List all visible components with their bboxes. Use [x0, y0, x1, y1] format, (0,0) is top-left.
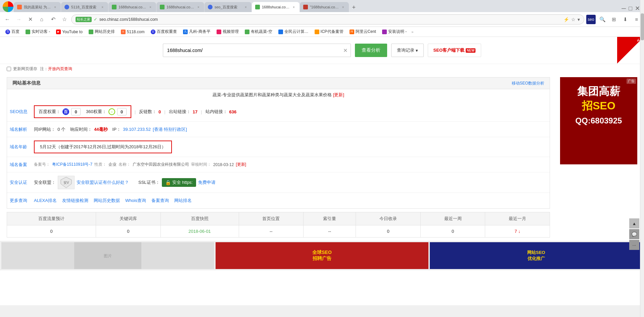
- tab-2-title: 5118_百度搜索: [71, 5, 98, 10]
- site-rank-link[interactable]: 网站排名: [174, 198, 192, 204]
- open-inner-link[interactable]: 开放内页查询: [48, 66, 72, 72]
- bookmark-baidu[interactable]: 百 百度: [3, 28, 22, 35]
- query-record-button[interactable]: 查询记录 ▾: [391, 44, 424, 57]
- tab-3[interactable]: 1688shucai.co… ×: [108, 2, 156, 12]
- beian-update-link[interactable]: [更新]: [236, 162, 246, 167]
- more-options-button[interactable]: ···: [629, 240, 639, 250]
- bookmark-icp[interactable]: ICP代备案管: [312, 28, 346, 35]
- forward-button[interactable]: →: [14, 15, 24, 24]
- tab-5[interactable]: seo_百度搜索 ×: [204, 2, 251, 12]
- tab-3-close[interactable]: ×: [148, 5, 153, 9]
- maximize-icon[interactable]: □: [629, 5, 632, 12]
- search-input[interactable]: [163, 44, 351, 57]
- bookmark-aliyun[interactable]: 阿 阿里云Cent: [347, 28, 379, 35]
- tab-2-favicon: [64, 5, 69, 9]
- bookmark-organic[interactable]: 有机蔬菜-空: [242, 28, 275, 35]
- bookmarks-more[interactable]: »: [411, 30, 413, 34]
- tab-1-close[interactable]: ×: [53, 5, 57, 9]
- minimize-icon[interactable]: ─: [622, 5, 626, 12]
- section-header: 网站基本信息 移动SEO数据分析: [7, 77, 550, 89]
- domain-age-box: 5月12天（创建于2017年12月26日,过期时间为2018年12月26日）: [34, 141, 172, 153]
- search-button[interactable]: 🔍: [598, 15, 607, 24]
- seo-label: SEO信息: [7, 109, 34, 115]
- ip-label: IP：: [112, 126, 121, 133]
- scroll-up-button[interactable]: ▲: [629, 218, 639, 228]
- realtime-favicon: [26, 30, 30, 34]
- note-prefix: 注：: [40, 66, 48, 72]
- bookmark-button[interactable]: ☆: [60, 15, 69, 24]
- fanka-favicon: 凡: [183, 30, 188, 34]
- security-shield-badge: 安V: [58, 176, 75, 189]
- beian-nature-label: 性质：: [94, 162, 106, 167]
- download-icon[interactable]: ⬇: [620, 15, 630, 24]
- back-button[interactable]: ←: [3, 15, 12, 24]
- scrollbar-thumb[interactable]: [641, 13, 644, 40]
- bookmark-cloud[interactable]: 全民云计算…: [276, 28, 311, 35]
- beian-number[interactable]: 粤ICP备15110918号-7: [52, 162, 92, 167]
- clear-input-icon[interactable]: ✕: [343, 47, 348, 54]
- tab-6-close[interactable]: ×: [291, 5, 296, 9]
- apps-icon[interactable]: ⊞: [609, 15, 618, 24]
- stats-header-4: 索引量: [304, 212, 356, 225]
- new-badge: NEW: [466, 48, 475, 53]
- stats-header-1: 关键词库: [96, 212, 161, 225]
- bookmark-realtime[interactable]: 实时访客 -: [23, 28, 53, 35]
- tab-5-title: seo_百度搜索: [215, 5, 241, 10]
- bookmark-history[interactable]: 网站历史排: [86, 28, 118, 35]
- tab-4[interactable]: 1688shucai.co… ×: [156, 2, 204, 12]
- response-label: 响应时间：: [70, 126, 92, 133]
- mobile-seo-link[interactable]: 移动SEO数据分析: [512, 81, 544, 86]
- security-alliance-text[interactable]: 安全联盟认证有什么好处？: [77, 179, 129, 186]
- bookmark-youtube[interactable]: ▶ YouTube to: [53, 29, 85, 35]
- so360-icon: ○: [108, 108, 115, 115]
- bookmark-install[interactable]: 安装说明 -: [379, 28, 409, 35]
- tab-2-close[interactable]: ×: [100, 5, 105, 9]
- bookmarks-bar: 百 百度 实时访客 - ▶ YouTube to 网站历史排 5 5118.co…: [0, 27, 644, 37]
- bookmark-video[interactable]: 视频管理: [214, 28, 241, 35]
- ip-value[interactable]: 39.107.233.52: [123, 127, 151, 132]
- bookmark-5118[interactable]: 5 5118.com: [118, 29, 147, 35]
- home-button[interactable]: ⌂: [37, 15, 46, 24]
- ssl-free-apply[interactable]: 免费申请: [198, 179, 216, 186]
- site-title-row: 蔬菜-专业提供蔬菜图片和蔬菜种类与蔬菜大全及蔬菜水果价格 [更新]: [7, 89, 550, 102]
- cloud-favicon: [278, 30, 283, 34]
- whois-link[interactable]: Whois查询: [125, 198, 146, 204]
- more-label: 更多查询: [7, 198, 34, 204]
- history-data-link[interactable]: 网站历史数据: [94, 198, 120, 204]
- analyze-button[interactable]: 查看分析: [355, 44, 387, 57]
- new-tab-button[interactable]: +: [349, 3, 359, 12]
- same-ip-value: 0 个: [57, 126, 65, 133]
- baidu-weight-favicon: 百: [151, 30, 155, 34]
- tab-7[interactable]: "1688shucai.co… ×: [300, 2, 349, 12]
- undo-button[interactable]: ↶: [48, 15, 58, 24]
- address-bar[interactable]: 站长之家 ✓ seo.chinaz.com/1688shucai.com ⚡ ☆…: [71, 14, 584, 24]
- friendship-link[interactable]: 友情链接检测: [62, 198, 88, 204]
- star-icon: ☆: [571, 17, 576, 22]
- stats-header-5: 今日收录: [356, 212, 421, 225]
- site-update-link[interactable]: [更新]: [333, 92, 344, 97]
- alexa-link[interactable]: ALEXA排名: [34, 198, 57, 204]
- baidu-favicon: 百: [5, 30, 10, 34]
- domain-age-content: 5月12天（创建于2017年12月26日,过期时间为2018年12月26日）: [34, 141, 550, 153]
- seo-download-button[interactable]: SEO客户端下载 NEW: [428, 44, 481, 57]
- bookmark-baidu-weight[interactable]: 百 百度权重查: [148, 28, 180, 35]
- scrollbar[interactable]: [640, 0, 644, 305]
- tab-2[interactable]: 5118_百度搜索 ×: [61, 2, 108, 12]
- tab-4-close[interactable]: ×: [196, 5, 201, 9]
- tab-6[interactable]: 1688shucai.co… ×: [252, 2, 300, 12]
- close-window-icon[interactable]: ✕: [635, 5, 640, 12]
- response-value: 44毫秒: [94, 126, 107, 133]
- feedback-button[interactable]: 💬: [629, 229, 639, 239]
- bookmark-fanka[interactable]: 凡 凡科-商务平: [180, 28, 213, 35]
- ip-location[interactable]: [香港 特别行政区]: [153, 126, 187, 133]
- tab-6-favicon: [255, 5, 260, 9]
- refresh-button[interactable]: ✕: [26, 15, 35, 24]
- tab-5-close[interactable]: ×: [243, 5, 248, 9]
- tab-7-close[interactable]: ×: [341, 5, 346, 9]
- update-cache-checkbox[interactable]: [7, 67, 11, 71]
- chevron-down-icon[interactable]: ▾: [578, 17, 580, 22]
- tab-1[interactable]: 我的蔬菜站 为… ×: [14, 2, 61, 12]
- domain-age-label: 域名年龄: [7, 144, 34, 150]
- beian-query-link[interactable]: 备案查询: [151, 198, 169, 204]
- seo-nav-button[interactable]: seo: [586, 15, 596, 24]
